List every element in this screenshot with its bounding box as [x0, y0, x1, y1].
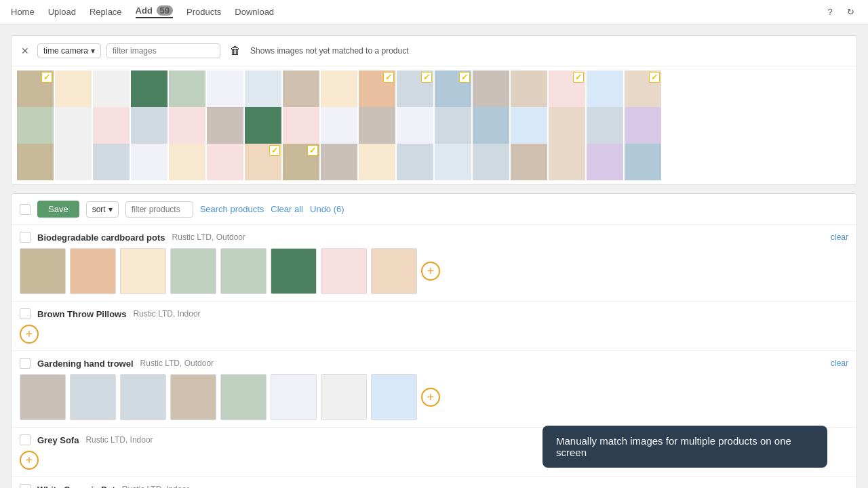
image-thumb-1-6[interactable]	[245, 107, 281, 144]
image-thumb-0-9[interactable]: ✓	[359, 70, 395, 107]
image-thumb-0-4[interactable]	[169, 70, 205, 107]
delete-button[interactable]: 🗑	[226, 41, 245, 60]
image-thumb-0-12[interactable]	[473, 70, 509, 107]
image-thumb-0-10[interactable]: ✓	[397, 70, 433, 107]
image-thumb-0-11[interactable]: ✓	[435, 70, 471, 107]
product-image-2-2[interactable]	[120, 374, 166, 420]
image-thumb-0-7[interactable]	[283, 70, 319, 107]
nav-replace[interactable]: Replace	[90, 7, 122, 17]
nav-products[interactable]: Products	[186, 7, 221, 17]
select-all-checkbox[interactable]	[20, 204, 31, 215]
product-image-0-2[interactable]	[120, 248, 166, 294]
product-checkbox-3[interactable]	[20, 434, 31, 445]
product-checkbox-1[interactable]	[20, 308, 31, 319]
image-thumb-2-3[interactable]	[131, 144, 167, 180]
product-image-0-5[interactable]	[271, 248, 317, 294]
image-thumb-2-7[interactable]: ✓	[283, 144, 319, 180]
image-thumb-0-8[interactable]	[321, 70, 357, 107]
image-thumb-1-15[interactable]	[587, 107, 623, 144]
image-thumb-1-1[interactable]	[55, 107, 92, 144]
image-thumb-1-7[interactable]	[283, 107, 319, 144]
clear-all-link[interactable]: Clear all	[271, 204, 303, 214]
product-image-0-1[interactable]	[70, 248, 116, 294]
close-button[interactable]: ✕	[18, 44, 32, 58]
image-thumb-2-11[interactable]	[435, 144, 471, 180]
product-image-0-7[interactable]	[371, 248, 417, 294]
image-thumb-1-3[interactable]	[131, 107, 167, 144]
add-image-button[interactable]: +	[421, 262, 440, 281]
image-thumb-2-13[interactable]	[511, 144, 547, 180]
product-image-2-6[interactable]	[321, 374, 367, 420]
image-thumb-0-0[interactable]: ✓	[17, 70, 54, 107]
image-thumb-0-16[interactable]: ✓	[625, 70, 661, 107]
product-checkbox-4[interactable]	[20, 484, 31, 488]
product-header-2: Gardening hand trowelRustic LTD, Outdoor…	[20, 358, 848, 369]
image-thumb-1-11[interactable]	[435, 107, 471, 144]
image-thumb-1-14[interactable]	[549, 107, 585, 144]
refresh-icon[interactable]: ↻	[844, 5, 857, 19]
filter-products-input[interactable]	[125, 201, 193, 218]
image-thumb-0-3[interactable]	[131, 70, 167, 107]
image-thumb-2-12[interactable]	[473, 144, 509, 180]
image-thumb-1-4[interactable]	[169, 107, 205, 144]
image-thumb-0-14[interactable]: ✓	[549, 70, 585, 107]
product-checkbox-2[interactable]	[20, 358, 31, 369]
help-icon[interactable]: ?	[823, 5, 837, 19]
product-image-2-5[interactable]	[271, 374, 317, 420]
image-thumb-2-2[interactable]	[93, 144, 130, 180]
image-thumb-2-16[interactable]	[625, 144, 661, 180]
image-thumb-2-10[interactable]	[397, 144, 433, 180]
image-thumb-1-16[interactable]	[625, 107, 661, 144]
add-image-button[interactable]: +	[20, 325, 39, 344]
image-thumb-2-6[interactable]: ✓	[245, 144, 281, 180]
image-thumb-2-0[interactable]	[17, 144, 54, 180]
product-image-2-0[interactable]	[20, 374, 66, 420]
nav-download[interactable]: Download	[235, 7, 274, 17]
image-thumb-1-0[interactable]	[17, 107, 54, 144]
trash-icon: 🗑	[230, 45, 241, 57]
product-name: White Ceramic Pot	[37, 485, 115, 489]
product-image-2-7[interactable]	[371, 374, 417, 420]
save-button[interactable]: Save	[37, 201, 79, 218]
image-thumb-2-8[interactable]	[321, 144, 357, 180]
image-thumb-1-10[interactable]	[397, 107, 433, 144]
product-image-2-3[interactable]	[170, 374, 216, 420]
product-image-0-3[interactable]	[170, 248, 216, 294]
nav-upload[interactable]: Upload	[48, 7, 76, 17]
image-thumb-1-9[interactable]	[359, 107, 395, 144]
product-image-2-4[interactable]	[220, 374, 267, 420]
add-image-button[interactable]: +	[20, 451, 39, 470]
image-thumb-1-13[interactable]	[511, 107, 547, 144]
camera-dropdown[interactable]: time camera ▾	[37, 43, 101, 58]
image-thumb-2-9[interactable]	[359, 144, 395, 180]
add-image-button[interactable]: +	[421, 388, 440, 407]
search-products-link[interactable]: Search products	[200, 204, 264, 214]
image-thumb-2-5[interactable]	[207, 144, 243, 180]
image-thumb-0-13[interactable]	[511, 70, 547, 107]
image-thumb-0-1[interactable]	[55, 70, 92, 107]
product-clear-button[interactable]: clear	[831, 232, 848, 242]
image-thumb-1-2[interactable]	[93, 107, 130, 144]
undo-link[interactable]: Undo (6)	[310, 204, 344, 214]
image-thumb-1-5[interactable]	[207, 107, 243, 144]
product-checkbox-0[interactable]	[20, 232, 31, 243]
image-thumb-0-2[interactable]	[93, 70, 130, 107]
nav-home[interactable]: Home	[11, 7, 35, 17]
image-thumb-1-12[interactable]	[473, 107, 509, 144]
sort-dropdown[interactable]: sort ▾	[86, 201, 119, 218]
image-thumb-0-15[interactable]	[587, 70, 623, 107]
nav-add[interactable]: Add 59	[136, 5, 173, 18]
image-thumb-2-1[interactable]	[55, 144, 92, 180]
filter-images-input[interactable]	[106, 43, 220, 58]
product-clear-button[interactable]: clear	[831, 359, 848, 368]
product-image-0-6[interactable]	[321, 248, 367, 294]
image-thumb-2-15[interactable]	[587, 144, 623, 180]
image-thumb-0-5[interactable]	[207, 70, 243, 107]
image-thumb-2-14[interactable]	[549, 144, 585, 180]
product-image-2-1[interactable]	[70, 374, 116, 420]
image-thumb-1-8[interactable]	[321, 107, 357, 144]
product-image-0-4[interactable]	[220, 248, 267, 294]
image-thumb-2-4[interactable]	[169, 144, 205, 180]
image-thumb-0-6[interactable]	[245, 70, 281, 107]
product-image-0-0[interactable]	[20, 248, 66, 294]
